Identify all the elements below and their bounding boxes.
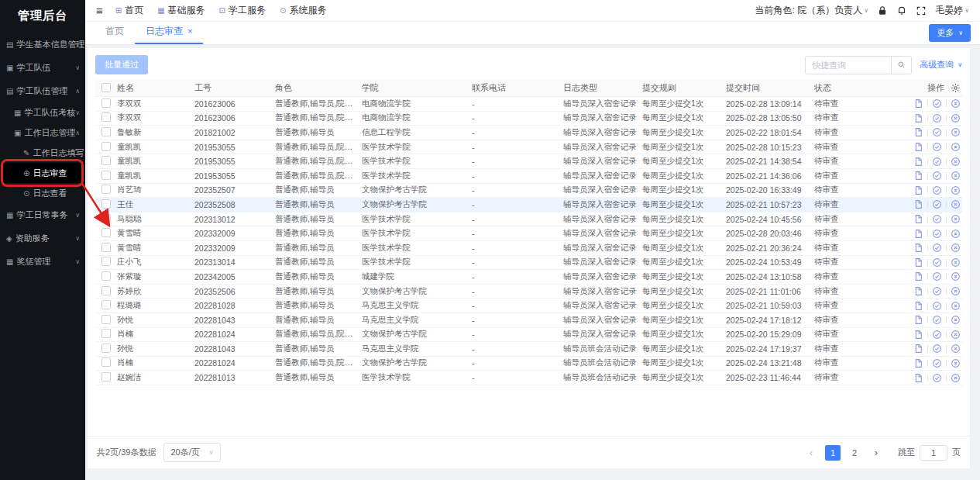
view-log-icon[interactable] — [913, 344, 923, 354]
approve-icon[interactable] — [932, 330, 942, 340]
approve-icon[interactable] — [932, 98, 942, 109]
row-checkbox[interactable] — [101, 329, 111, 338]
view-log-icon[interactable] — [913, 199, 923, 209]
table-row[interactable]: 李双双201623006普通教师,辅导员,院（系）负责人电商物流学院-辅导员深入… — [95, 97, 962, 112]
reject-icon[interactable] — [951, 199, 961, 209]
approve-icon[interactable] — [932, 257, 942, 268]
row-checkbox[interactable] — [101, 357, 111, 367]
sidebar-item-work-log-mgmt[interactable]: ▣工作日志管理∧ — [0, 123, 85, 143]
table-row[interactable]: 苏婷欣202352506普通教师,辅导员文物保护考古学院-辅导员深入宿舍记录每周… — [95, 285, 962, 299]
reject-icon[interactable] — [951, 271, 961, 281]
view-log-icon[interactable] — [913, 286, 923, 296]
table-row[interactable]: 张紫璇202342005普通教师,辅导员城建学院-辅导员深入宿舍记录每周至少提交… — [95, 270, 962, 285]
current-role-dropdown[interactable]: 当前角色: 院（系）负责人 ∨ — [755, 4, 869, 17]
table-row[interactable]: 鲁敏新201821002普通教师,辅导员信息工程学院-辅导员深入宿舍记录每周至少… — [95, 126, 962, 140]
approve-icon[interactable] — [932, 127, 942, 137]
table-row[interactable]: 孙悦202281043普通教师,辅导员马克思主义学院-辅导员班会活动记录每周至少… — [95, 342, 962, 357]
topnav-item-student-work-services[interactable]: ⊡学工服务 — [219, 4, 266, 17]
sidebar-item-reward-punish-mgmt[interactable]: ▦奖惩管理∨ — [0, 250, 85, 273]
table-row[interactable]: 李双双201623006普通教师,辅导员,院（系）负责人电商物流学院-辅导员深入… — [95, 112, 962, 126]
row-checkbox[interactable] — [101, 271, 111, 281]
approve-icon[interactable] — [932, 171, 942, 181]
sidebar-item-daily-affairs[interactable]: ▦学工日常事务∨ — [0, 203, 85, 226]
row-checkbox[interactable] — [101, 315, 111, 324]
view-log-icon[interactable] — [913, 373, 923, 383]
topnav-item-system-services[interactable]: ⊙系统服务 — [280, 4, 326, 17]
row-checkbox[interactable] — [101, 98, 111, 108]
table-row[interactable]: 肖楠202281024普通教师,辅导员,院（系）负责人,心理...文物保护考古学… — [95, 357, 962, 371]
approve-icon[interactable] — [932, 142, 942, 152]
view-log-icon[interactable] — [913, 185, 923, 195]
view-log-icon[interactable] — [913, 157, 923, 167]
tab-log-review[interactable]: 日志审查 × — [135, 25, 203, 44]
reject-icon[interactable] — [951, 142, 961, 152]
sidebar-item-funding-service[interactable]: ◈资助服务∨ — [0, 226, 85, 250]
hamburger-menu-icon[interactable]: ≡ — [96, 5, 103, 16]
view-log-icon[interactable] — [913, 98, 923, 109]
reject-icon[interactable] — [951, 344, 961, 354]
table-row[interactable]: 赵婉洁202281013普通教师,辅导员医学技术学院-辅导员班会活动记录每周至少… — [95, 371, 962, 385]
row-checkbox[interactable] — [101, 344, 111, 353]
view-log-icon[interactable] — [913, 214, 923, 224]
jump-page-input[interactable] — [920, 445, 947, 461]
row-checkbox[interactable] — [101, 372, 111, 382]
table-row[interactable]: 童凯凯201953055普通教师,辅导员,院（系）负责人医学技术学院-辅导员深入… — [95, 154, 962, 169]
reject-icon[interactable] — [951, 171, 961, 181]
row-checkbox[interactable] — [101, 127, 111, 136]
view-log-icon[interactable] — [913, 243, 923, 253]
tab-home[interactable]: 首页 — [95, 25, 135, 44]
lock-icon[interactable] — [877, 5, 888, 16]
advanced-query-link[interactable]: 高级查询 ∨ — [920, 59, 962, 71]
reject-icon[interactable] — [951, 185, 961, 195]
sidebar-item-staff-team[interactable]: ▣学工队伍∨ — [0, 56, 85, 79]
sidebar-item-log-view[interactable]: ⊙日志查看 — [0, 183, 85, 203]
approve-icon[interactable] — [932, 185, 942, 195]
prev-page-button[interactable]: ‹ — [803, 445, 819, 461]
row-checkbox[interactable] — [101, 185, 111, 194]
table-row[interactable]: 肖楠202281024普通教师,辅导员,院（系）负责人,心理...文物保护考古学… — [95, 328, 962, 343]
approve-icon[interactable] — [932, 358, 942, 368]
view-log-icon[interactable] — [913, 229, 923, 239]
topnav-item-basic-services[interactable]: ▦基础服务 — [157, 4, 205, 17]
sidebar-item-log-review[interactable]: ⊕日志审查 — [0, 163, 85, 183]
row-checkbox[interactable] — [101, 156, 111, 165]
approve-icon[interactable] — [932, 315, 942, 325]
table-row[interactable]: 童凯凯201953055普通教师,辅导员,院（系）负责人医学技术学院-辅导员深入… — [95, 140, 962, 155]
fullscreen-icon[interactable] — [916, 5, 927, 16]
row-checkbox[interactable] — [101, 112, 111, 122]
table-row[interactable]: 庄小飞202313014普通教师,辅导员医学技术学院-辅导员深入宿舍记录每周至少… — [95, 256, 962, 271]
sidebar-item-students-basic-info[interactable]: ▤学生基本信息管理∨ — [0, 33, 85, 56]
quick-search-input[interactable] — [806, 57, 891, 74]
reject-icon[interactable] — [951, 315, 961, 325]
gear-icon[interactable] — [951, 83, 961, 93]
row-checkbox[interactable] — [101, 171, 111, 180]
next-page-button[interactable]: › — [868, 445, 884, 461]
approve-icon[interactable] — [932, 286, 942, 296]
topnav-item-home[interactable]: ⊞首页 — [115, 4, 143, 17]
view-log-icon[interactable] — [913, 171, 923, 181]
approve-icon[interactable] — [932, 373, 942, 383]
view-log-icon[interactable] — [913, 127, 923, 137]
approve-icon[interactable] — [932, 271, 942, 281]
sidebar-item-staff-team-assess[interactable]: ▦学工队伍考核∨ — [0, 102, 85, 123]
bell-icon[interactable] — [896, 5, 907, 16]
approve-icon[interactable] — [932, 113, 942, 123]
table-row[interactable]: 程璐璐202281028普通教师,辅导员马克思主义学院-辅导员深入宿舍记录每周至… — [95, 299, 962, 313]
user-dropdown[interactable]: 毛晏婷 ∨ — [935, 4, 969, 17]
approve-icon[interactable] — [932, 301, 942, 311]
row-checkbox[interactable] — [101, 142, 111, 151]
table-row[interactable]: 马聪聪202313012普通教师,辅导员医学技术学院-辅导员深入宿舍记录每周至少… — [95, 212, 962, 227]
page-size-select[interactable]: 20条/页 ∨ — [163, 443, 220, 462]
batch-approve-button[interactable]: 批量通过 — [95, 55, 148, 74]
reject-icon[interactable] — [951, 214, 961, 224]
row-checkbox[interactable] — [101, 257, 111, 266]
view-log-icon[interactable] — [913, 142, 923, 152]
select-all-checkbox[interactable] — [101, 83, 111, 92]
approve-icon[interactable] — [932, 344, 942, 354]
sidebar-item-work-log-write[interactable]: ✎工作日志填写 — [0, 143, 85, 163]
table-row[interactable]: 黄雪晴202332009普通教师,辅导员医学技术学院-辅导员深入宿舍记录每周至少… — [95, 241, 962, 256]
reject-icon[interactable] — [951, 373, 961, 383]
row-checkbox[interactable] — [101, 214, 111, 223]
row-checkbox[interactable] — [101, 300, 111, 309]
reject-icon[interactable] — [951, 286, 961, 296]
